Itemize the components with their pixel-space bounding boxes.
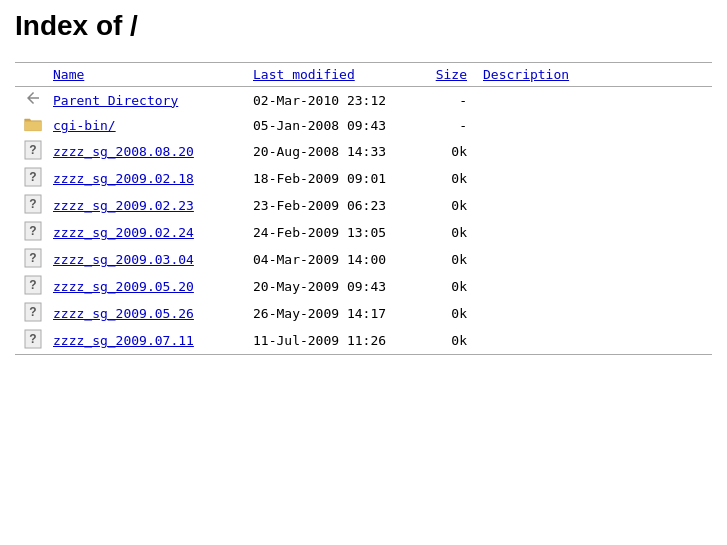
svg-text:?: ? — [29, 251, 36, 265]
svg-text:?: ? — [29, 278, 36, 292]
unknown-file-icon: ? — [24, 229, 42, 244]
file-desc-cell — [475, 138, 712, 165]
file-desc-cell — [475, 87, 712, 114]
file-modified-cell: 04-Mar-2009 14:00 — [245, 246, 415, 273]
file-desc-cell — [475, 300, 712, 327]
file-link[interactable]: cgi-bin/ — [53, 118, 116, 133]
file-size-cell: 0k — [415, 246, 475, 273]
modified-sort-link[interactable]: Last modified — [253, 67, 355, 82]
file-name-cell: zzzz_sg_2009.07.11 — [45, 327, 245, 355]
file-desc-cell — [475, 219, 712, 246]
file-size-cell: 0k — [415, 273, 475, 300]
table-row: ? zzzz_sg_2009.02.1818-Feb-2009 09:010k — [15, 165, 712, 192]
unknown-file-icon: ? — [24, 310, 42, 325]
unknown-file-icon: ? — [24, 175, 42, 190]
icon-cell: ? — [15, 192, 45, 219]
icon-col-header — [15, 63, 45, 87]
file-name-cell: zzzz_sg_2009.05.26 — [45, 300, 245, 327]
icon-cell: ? — [15, 165, 45, 192]
file-size-cell: 0k — [415, 219, 475, 246]
page-title: Index of / — [15, 10, 712, 42]
file-name-cell: zzzz_sg_2008.08.20 — [45, 138, 245, 165]
table-row: ? zzzz_sg_2009.02.2424-Feb-2009 13:050k — [15, 219, 712, 246]
file-name-cell: cgi-bin/ — [45, 113, 245, 138]
icon-cell: ? — [15, 138, 45, 165]
file-name-cell: zzzz_sg_2009.02.24 — [45, 219, 245, 246]
file-desc-cell — [475, 327, 712, 355]
name-sort-link[interactable]: Name — [53, 67, 84, 82]
file-modified-cell: 20-Aug-2008 14:33 — [245, 138, 415, 165]
unknown-file-icon: ? — [24, 337, 42, 352]
file-desc-cell — [475, 165, 712, 192]
file-desc-cell — [475, 192, 712, 219]
table-row: ? zzzz_sg_2009.02.2323-Feb-2009 06:230k — [15, 192, 712, 219]
file-modified-cell: 26-May-2009 14:17 — [245, 300, 415, 327]
unknown-file-icon: ? — [24, 256, 42, 271]
name-col-header: Name — [45, 63, 245, 87]
table-header-row: Name Last modified Size Description — [15, 63, 712, 87]
svg-text:?: ? — [29, 224, 36, 238]
file-modified-cell: 18-Feb-2009 09:01 — [245, 165, 415, 192]
svg-text:?: ? — [29, 143, 36, 157]
table-row: cgi-bin/05-Jan-2008 09:43- — [15, 113, 712, 138]
table-row: ? zzzz_sg_2008.08.2020-Aug-2008 14:330k — [15, 138, 712, 165]
table-row: ? zzzz_sg_2009.07.1111-Jul-2009 11:260k — [15, 327, 712, 355]
file-name-cell: zzzz_sg_2009.05.20 — [45, 273, 245, 300]
size-sort-link[interactable]: Size — [436, 67, 467, 82]
icon-cell: ? — [15, 300, 45, 327]
file-desc-cell — [475, 113, 712, 138]
file-link[interactable]: zzzz_sg_2008.08.20 — [53, 144, 194, 159]
unknown-file-icon: ? — [24, 202, 42, 217]
file-size-cell: 0k — [415, 300, 475, 327]
file-link[interactable]: zzzz_sg_2009.05.26 — [53, 306, 194, 321]
unknown-file-icon: ? — [24, 283, 42, 298]
svg-text:?: ? — [29, 170, 36, 184]
icon-cell: ? — [15, 246, 45, 273]
file-modified-cell: 23-Feb-2009 06:23 — [245, 192, 415, 219]
desc-col-header: Description — [475, 63, 712, 87]
file-desc-cell — [475, 273, 712, 300]
svg-text:?: ? — [29, 332, 36, 346]
icon-cell — [15, 113, 45, 138]
file-desc-cell — [475, 246, 712, 273]
table-row: Parent Directory02-Mar-2010 23:12- — [15, 87, 712, 114]
file-link[interactable]: zzzz_sg_2009.02.23 — [53, 198, 194, 213]
file-modified-cell: 20-May-2009 09:43 — [245, 273, 415, 300]
table-row: ? zzzz_sg_2009.05.2020-May-2009 09:430k — [15, 273, 712, 300]
file-size-cell: 0k — [415, 138, 475, 165]
back-icon — [23, 92, 43, 111]
file-modified-cell: 11-Jul-2009 11:26 — [245, 327, 415, 355]
file-link[interactable]: Parent Directory — [53, 93, 178, 108]
size-col-header: Size — [415, 63, 475, 87]
file-listing-table: Name Last modified Size Description Pare… — [15, 62, 712, 355]
file-link[interactable]: zzzz_sg_2009.07.11 — [53, 333, 194, 348]
unknown-file-icon: ? — [24, 148, 42, 163]
file-link[interactable]: zzzz_sg_2009.05.20 — [53, 279, 194, 294]
file-size-cell: 0k — [415, 165, 475, 192]
modified-col-header: Last modified — [245, 63, 415, 87]
file-size-cell: 0k — [415, 192, 475, 219]
file-modified-cell: 05-Jan-2008 09:43 — [245, 113, 415, 138]
file-size-cell: - — [415, 113, 475, 138]
svg-text:?: ? — [29, 197, 36, 211]
folder-icon — [23, 121, 43, 136]
file-name-cell: zzzz_sg_2009.02.23 — [45, 192, 245, 219]
file-name-cell: Parent Directory — [45, 87, 245, 114]
file-size-cell: 0k — [415, 327, 475, 355]
file-modified-cell: 02-Mar-2010 23:12 — [245, 87, 415, 114]
svg-text:?: ? — [29, 305, 36, 319]
file-size-cell: - — [415, 87, 475, 114]
desc-sort-link[interactable]: Description — [483, 67, 569, 82]
icon-cell: ? — [15, 273, 45, 300]
file-link[interactable]: zzzz_sg_2009.02.18 — [53, 171, 194, 186]
file-name-cell: zzzz_sg_2009.02.18 — [45, 165, 245, 192]
file-link[interactable]: zzzz_sg_2009.02.24 — [53, 225, 194, 240]
icon-cell: ? — [15, 327, 45, 355]
table-row: ? zzzz_sg_2009.05.2626-May-2009 14:170k — [15, 300, 712, 327]
file-name-cell: zzzz_sg_2009.03.04 — [45, 246, 245, 273]
file-link[interactable]: zzzz_sg_2009.03.04 — [53, 252, 194, 267]
icon-cell: ? — [15, 219, 45, 246]
file-modified-cell: 24-Feb-2009 13:05 — [245, 219, 415, 246]
icon-cell — [15, 87, 45, 114]
table-row: ? zzzz_sg_2009.03.0404-Mar-2009 14:000k — [15, 246, 712, 273]
